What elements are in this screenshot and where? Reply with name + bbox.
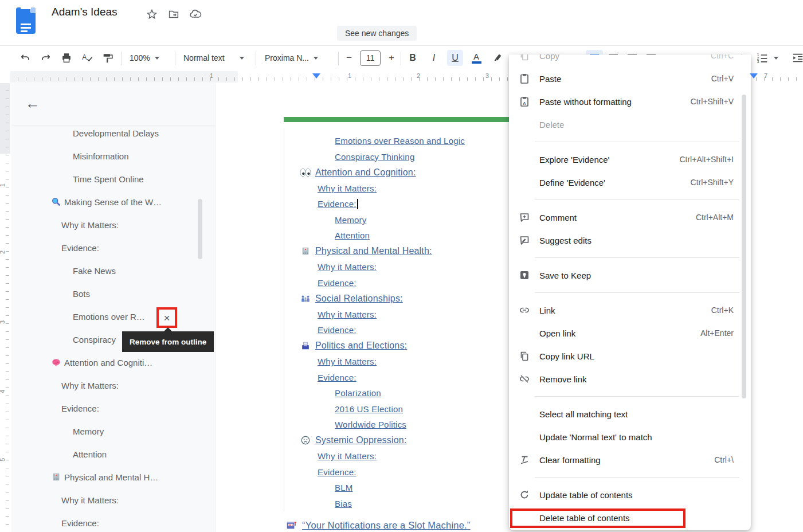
context-menu: Copy Ctrl+C Paste Ctrl+V A Paste without…	[509, 54, 751, 530]
ruler-number: 7	[764, 72, 767, 79]
close-outline-icon[interactable]: ←	[25, 96, 40, 111]
outline-item[interactable]: Why it Matters: ×	[11, 488, 215, 511]
zoom-select[interactable]: 100%	[130, 50, 159, 66]
document-heading[interactable]: “Your Notifications are a Slot Machine.”	[285, 519, 471, 531]
keep-icon	[519, 269, 530, 281]
outline-item[interactable]: Developmental Delays ×	[11, 122, 215, 144]
menu-item[interactable]	[135, 25, 147, 29]
outline-item[interactable]: Making Sense of the W… ×	[11, 190, 215, 213]
shortcut-label: Ctrl+V	[711, 74, 734, 83]
copy-link-icon	[519, 350, 530, 362]
text-color-button[interactable]: A	[468, 50, 484, 66]
outline-list: Developmental Delays × Misinformation × …	[11, 122, 215, 532]
font-size-input[interactable]: 11	[360, 50, 381, 66]
context-menu-item[interactable]: Update table of contents	[509, 483, 751, 506]
context-menu-item[interactable]: Comment Ctrl+Alt+M	[509, 206, 751, 229]
context-menu-item[interactable]: Select all matching text	[509, 402, 751, 425]
paste-icon	[519, 73, 530, 84]
redo-button[interactable]	[38, 50, 54, 66]
context-menu-item[interactable]: Clear formatting Ctrl+\	[509, 448, 751, 471]
underline-button[interactable]: U	[447, 50, 463, 66]
context-menu-item[interactable]: Update 'Normal text' to match	[509, 425, 751, 448]
outline-item[interactable]: Fake News ×	[11, 259, 215, 282]
document-title[interactable]: Adam's Ideas	[52, 6, 117, 18]
menu-item[interactable]	[122, 25, 135, 29]
text-cursor	[357, 199, 358, 209]
context-menu-item[interactable]: Define 'Evidence' Ctrl+Shift+Y	[509, 171, 751, 194]
bold-button[interactable]: B	[405, 50, 421, 66]
docs-logo[interactable]	[16, 7, 36, 34]
outline-item[interactable]: Emotions over R… ×	[11, 305, 215, 328]
decrease-indent-button[interactable]	[790, 50, 803, 66]
paint-format-icon[interactable]	[100, 50, 116, 66]
shortcut-label: Ctrl+Alt+M	[696, 213, 734, 222]
paste-no-format-icon: A	[519, 96, 530, 107]
increase-font-size-button[interactable]: +	[386, 50, 397, 66]
italic-button[interactable]: I	[426, 50, 442, 66]
context-menu-scrollbar[interactable]	[742, 95, 746, 398]
context-menu-item[interactable]: A Paste without formatting Ctrl+Shift+V	[509, 90, 751, 113]
cloud-saved-icon[interactable]	[189, 7, 202, 21]
refresh-icon	[519, 489, 530, 500]
right-indent-marker[interactable]	[750, 73, 758, 79]
font-select[interactable]: Proxima N...	[265, 50, 318, 66]
context-menu-item[interactable]: Copy link URL	[509, 345, 751, 367]
outline-item[interactable]: Physical and Mental H… ×	[11, 466, 215, 488]
ruler-number: 2	[0, 251, 6, 254]
context-menu-item[interactable]: Open link Alt+Enter	[509, 322, 751, 345]
outline-header: ←	[11, 83, 215, 126]
menu-item[interactable]	[72, 25, 84, 29]
menu-item[interactable]	[46, 25, 59, 29]
shortcut-label: Ctrl+Shift+V	[691, 97, 734, 106]
outline-item[interactable]: Memory ×	[11, 420, 215, 443]
star-icon[interactable]	[145, 7, 159, 21]
remove-from-outline-icon[interactable]: ×	[163, 312, 170, 323]
eyes-icon	[300, 167, 311, 178]
shortcut-label: Ctrl+Shift+Y	[691, 178, 734, 187]
outline-item[interactable]: Attention ×	[11, 443, 215, 466]
left-indent-marker[interactable]	[312, 73, 320, 79]
context-menu-item[interactable]: Explore 'Evidence' Ctrl+Alt+Shift+I	[509, 148, 751, 171]
chevron-down-icon[interactable]	[774, 57, 778, 60]
outline-scrollbar[interactable]	[198, 199, 202, 259]
menu-item[interactable]	[59, 25, 72, 29]
outline-item[interactable]: Evidence: ×	[11, 236, 215, 259]
suggest-edits-icon	[519, 234, 530, 246]
outline-item[interactable]: Why it Matters: ×	[11, 213, 215, 236]
ruler-number: 1	[210, 72, 213, 79]
highlight-color-button[interactable]	[489, 50, 506, 66]
context-menu-item[interactable]: Copy Ctrl+C	[509, 54, 751, 67]
menu-item[interactable]	[109, 25, 122, 29]
outline-item[interactable]: Time Spent Online ×	[11, 167, 215, 190]
undo-button[interactable]	[17, 50, 33, 66]
decrease-font-size-button[interactable]: −	[344, 50, 354, 66]
shortcut-label: Ctrl+K	[711, 306, 734, 315]
outline-item[interactable]: Attention and Cogniti… ×	[11, 351, 215, 374]
outline-item[interactable]: Misinformation ×	[11, 144, 215, 167]
numbered-list-button[interactable]: 123	[754, 50, 770, 66]
print-icon[interactable]	[58, 50, 75, 66]
spellcheck-icon[interactable]: A	[79, 50, 95, 66]
context-menu-item[interactable]: Delete table of contents	[509, 506, 751, 529]
chevron-down-icon	[155, 57, 159, 60]
see-new-changes-button[interactable]: See new changes	[337, 26, 417, 41]
paragraph-style-select[interactable]: Normal text	[183, 50, 244, 66]
outline-item[interactable]: Why it Matters: ×	[11, 374, 215, 397]
context-menu-item[interactable]: Remove link	[509, 367, 751, 390]
svg-text:3: 3	[757, 60, 759, 64]
menu-item[interactable]	[84, 25, 97, 29]
context-menu-item[interactable]: Suggest edits	[509, 229, 751, 252]
outline-item[interactable]: Evidence: ×	[11, 397, 215, 420]
menu-separator	[509, 194, 751, 206]
hospital-icon	[300, 245, 311, 257]
context-menu-item[interactable]: Save to Keep	[509, 264, 751, 287]
outline-item[interactable]: Bots ×	[11, 282, 215, 305]
move-folder-icon[interactable]	[167, 7, 181, 21]
outline-item[interactable]: Evidence: ×	[11, 511, 215, 532]
context-menu-item[interactable]: Link Ctrl+K	[509, 299, 751, 322]
context-menu-item[interactable]: Paste Ctrl+V	[509, 67, 751, 90]
menu-bar	[46, 25, 147, 29]
menu-item[interactable]	[97, 25, 109, 29]
context-menu-item[interactable]: Delete	[509, 113, 751, 136]
shortcut-label: Ctrl+C	[711, 54, 734, 60]
